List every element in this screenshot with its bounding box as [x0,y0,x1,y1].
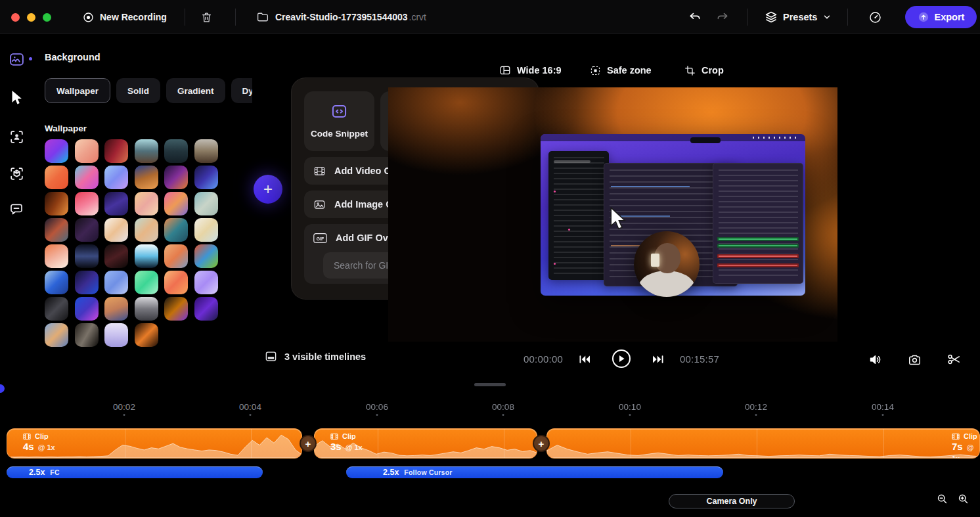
skip-forward-button[interactable] [650,351,666,367]
wallpaper-thumbnail[interactable] [135,271,158,294]
wallpaper-thumbnail[interactable] [104,297,128,321]
timeline-zoom-out-button[interactable] [935,492,948,505]
traffic-light-close[interactable] [11,13,20,22]
ruler-tick [629,414,631,416]
traffic-light-minimize[interactable] [27,13,35,22]
wallpaper-thumbnail[interactable] [45,271,68,294]
wallpaper-thumbnail[interactable] [135,297,158,321]
sidebar-item-comments[interactable] [8,201,25,218]
wallpaper-thumbnail[interactable] [104,323,128,347]
wallpaper-thumbnail[interactable] [75,271,99,294]
wallpaper-thumbnail[interactable] [135,323,158,347]
crop-button[interactable]: Crop [684,63,724,78]
webcam-bubble[interactable] [634,231,700,297]
project-title-group[interactable]: Creavit-Studio-1773951544003.crvt [256,0,426,34]
wallpaper-thumbnail[interactable] [164,192,188,215]
tab-solid[interactable]: Solid [116,78,160,103]
wallpaper-thumbnail[interactable] [194,244,218,268]
undo-button[interactable] [684,7,705,28]
wallpaper-thumbnail[interactable] [194,271,218,294]
export-up-icon [918,11,929,23]
svg-text:GIF: GIF [317,236,324,240]
presets-button[interactable]: Presets [765,7,832,28]
wallpaper-thumbnail[interactable] [194,166,218,189]
timeline-zoom-in-button[interactable] [956,492,969,505]
wallpaper-thumbnail[interactable] [135,166,158,189]
aspect-ratio-button[interactable]: Wide 16:9 [499,63,562,78]
wallpaper-thumbnail[interactable] [45,297,68,321]
wallpaper-thumbnail[interactable] [104,139,128,163]
tab-wallpaper[interactable]: Wallpaper [45,78,110,103]
sidebar-item-background[interactable] [8,51,25,68]
wallpaper-thumbnail[interactable] [104,192,128,215]
document-title: Creavit-Studio-1773951544003 [275,12,408,22]
wallpaper-thumbnail[interactable] [135,218,158,242]
frame-boundary [631,429,631,458]
sidebar-item-cursor[interactable] [8,89,25,106]
insert-clip-button[interactable]: + [533,435,550,452]
wallpaper-thumbnail[interactable] [45,218,68,242]
wallpaper-thumbnail[interactable] [164,244,188,268]
delete-button[interactable] [196,7,217,28]
zoom-segment[interactable]: 2.5xFollow Cursor [346,466,723,478]
traffic-light-zoom[interactable] [43,13,51,22]
wallpaper-thumbnail[interactable] [75,166,99,189]
wallpaper-thumbnail[interactable] [194,192,218,215]
wallpaper-thumbnail[interactable] [164,271,188,294]
wallpaper-thumbnail[interactable] [45,166,68,189]
tab-gradient[interactable]: Gradient [166,78,225,103]
tab-dyn[interactable]: Dyn [231,78,252,103]
image-icon [313,198,326,211]
safe-zone-button[interactable]: Safe zone [590,63,652,78]
clip-label: Clip4s@ 1x [23,432,55,452]
performance-button[interactable] [864,7,885,28]
wallpaper-thumbnail[interactable] [75,244,99,268]
playhead-indicator[interactable] [0,384,5,393]
wallpaper-thumbnail[interactable] [135,192,158,215]
zoom-in-icon [958,493,969,505]
screenshot-button[interactable] [906,351,922,367]
wallpaper-thumbnail[interactable] [75,192,99,215]
wallpaper-thumbnail[interactable] [104,218,128,242]
wallpaper-thumbnail[interactable] [75,139,99,163]
sidebar-item-camera-frame[interactable] [8,128,25,145]
wallpaper-thumbnail[interactable] [104,166,128,189]
wallpaper-thumbnail[interactable] [194,139,218,163]
add-element-button[interactable]: + [254,175,282,204]
redo-button[interactable] [712,7,733,28]
sidebar-item-3d[interactable] [8,165,25,182]
wallpaper-thumbnail[interactable] [164,218,188,242]
timeline-clip[interactable]: Clip4s@ 1x [7,428,302,459]
wallpaper-thumbnail[interactable] [104,244,128,268]
wallpaper-thumbnail[interactable] [75,297,99,321]
insert-clip-button[interactable]: + [300,435,317,452]
volume-button[interactable] [867,351,883,367]
wallpaper-thumbnail[interactable] [45,192,68,215]
wallpaper-thumbnail[interactable] [194,297,218,321]
wallpaper-thumbnail[interactable] [75,323,99,347]
wallpaper-thumbnail[interactable] [104,271,128,294]
export-button[interactable]: Export [905,6,977,28]
skip-back-button[interactable] [577,351,592,367]
new-recording-button[interactable]: New Recording [83,0,167,34]
timeline-clip[interactable]: Clip7s@ 1x [546,428,980,459]
wallpaper-thumbnail[interactable] [45,244,68,268]
visible-timelines-toggle[interactable]: 3 visible timelines [265,350,366,363]
wallpaper-thumbnail[interactable] [45,139,68,163]
wallpaper-thumbnail[interactable] [75,218,99,242]
wallpaper-thumbnail[interactable] [164,139,188,163]
wallpaper-thumbnail[interactable] [164,166,188,189]
wallpaper-thumbnail[interactable] [135,244,158,268]
split-button[interactable] [946,351,962,367]
wallpaper-thumbnail[interactable] [194,218,218,242]
popup-tile-code-snippet[interactable]: Code Snippet [304,91,374,151]
timeline-resize-handle[interactable] [474,383,506,386]
zoom-segment[interactable]: 2.5xFC [7,466,263,478]
wallpaper-thumbnail[interactable] [135,139,158,163]
video-preview-canvas[interactable] [388,87,837,342]
camera-only-button[interactable]: Camera Only [669,494,795,508]
timeline-clip[interactable]: Clip3s@ 1x [314,428,537,459]
wallpaper-thumbnail[interactable] [45,323,68,347]
wallpaper-thumbnail[interactable] [164,297,188,321]
play-button[interactable] [612,349,631,368]
